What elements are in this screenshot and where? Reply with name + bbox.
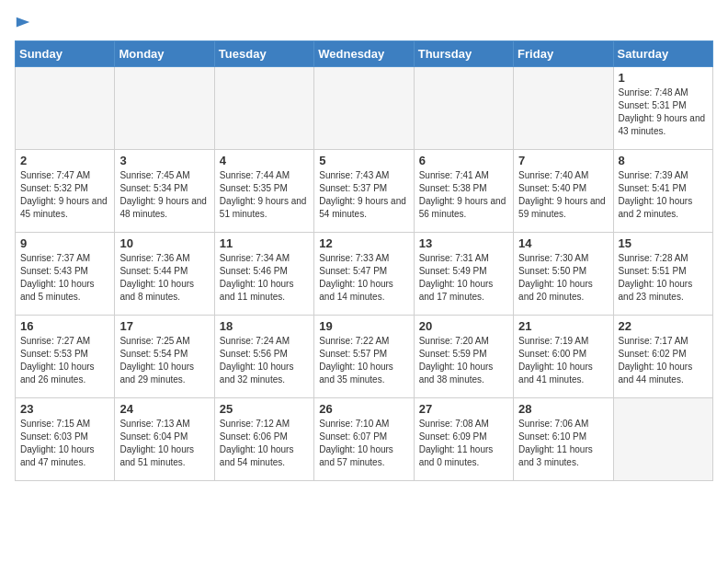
calendar-cell: 11Sunrise: 7:34 AM Sunset: 5:46 PM Dayli… xyxy=(214,233,313,316)
day-info: Sunrise: 7:17 AM Sunset: 6:02 PM Dayligh… xyxy=(619,335,708,386)
calendar-cell: 6Sunrise: 7:41 AM Sunset: 5:38 PM Daylig… xyxy=(414,150,513,233)
day-info: Sunrise: 7:43 AM Sunset: 5:37 PM Dayligh… xyxy=(319,169,408,221)
calendar-cell: 9Sunrise: 7:37 AM Sunset: 5:43 PM Daylig… xyxy=(16,233,115,316)
weekday-header-sunday: Sunday xyxy=(16,41,115,67)
weekday-header-saturday: Saturday xyxy=(613,41,712,67)
day-info: Sunrise: 7:24 AM Sunset: 5:56 PM Dayligh… xyxy=(220,335,309,386)
day-number: 10 xyxy=(119,236,209,250)
day-info: Sunrise: 7:33 AM Sunset: 5:47 PM Dayligh… xyxy=(319,252,408,304)
weekday-header-friday: Friday xyxy=(514,41,613,67)
day-number: 22 xyxy=(619,319,708,333)
day-info: Sunrise: 7:41 AM Sunset: 5:38 PM Dayligh… xyxy=(419,169,508,221)
day-info: Sunrise: 7:25 AM Sunset: 5:54 PM Dayligh… xyxy=(119,335,209,386)
day-info: Sunrise: 7:39 AM Sunset: 5:41 PM Dayligh… xyxy=(619,169,708,221)
day-info: Sunrise: 7:20 AM Sunset: 5:59 PM Dayligh… xyxy=(419,335,508,386)
calendar-cell: 4Sunrise: 7:44 AM Sunset: 5:35 PM Daylig… xyxy=(214,150,313,233)
calendar-cell: 7Sunrise: 7:40 AM Sunset: 5:40 PM Daylig… xyxy=(514,150,613,233)
day-number: 20 xyxy=(419,319,508,333)
calendar-cell: 19Sunrise: 7:22 AM Sunset: 5:57 PM Dayli… xyxy=(314,316,414,398)
calendar-cell: 26Sunrise: 7:10 AM Sunset: 6:07 PM Dayli… xyxy=(314,398,414,481)
calendar-cell: 12Sunrise: 7:33 AM Sunset: 5:47 PM Dayli… xyxy=(314,233,414,316)
day-number: 12 xyxy=(319,236,408,250)
weekday-header-thursday: Thursday xyxy=(414,41,513,67)
day-number: 19 xyxy=(319,319,408,333)
day-number: 4 xyxy=(220,154,309,167)
calendar-cell: 10Sunrise: 7:36 AM Sunset: 5:44 PM Dayli… xyxy=(115,233,214,316)
calendar-cell xyxy=(414,67,513,150)
day-info: Sunrise: 7:47 AM Sunset: 5:32 PM Dayligh… xyxy=(20,169,109,221)
calendar-cell: 14Sunrise: 7:30 AM Sunset: 5:50 PM Dayli… xyxy=(514,233,613,316)
weekday-header-tuesday: Tuesday xyxy=(214,41,313,67)
day-number: 18 xyxy=(220,319,309,333)
weekday-header-row: SundayMondayTuesdayWednesdayThursdayFrid… xyxy=(16,41,713,67)
day-number: 28 xyxy=(518,402,608,416)
calendar-table: SundayMondayTuesdayWednesdayThursdayFrid… xyxy=(15,40,713,481)
calendar-week-4: 23Sunrise: 7:15 AM Sunset: 6:03 PM Dayli… xyxy=(16,398,713,481)
day-number: 7 xyxy=(518,154,608,167)
day-number: 2 xyxy=(20,154,109,167)
calendar-cell: 3Sunrise: 7:45 AM Sunset: 5:34 PM Daylig… xyxy=(115,150,214,233)
day-info: Sunrise: 7:27 AM Sunset: 5:53 PM Dayligh… xyxy=(20,335,109,386)
weekday-header-monday: Monday xyxy=(115,41,214,67)
calendar-cell: 28Sunrise: 7:06 AM Sunset: 6:10 PM Dayli… xyxy=(514,398,613,481)
weekday-header-wednesday: Wednesday xyxy=(314,41,414,67)
day-info: Sunrise: 7:28 AM Sunset: 5:51 PM Dayligh… xyxy=(619,252,708,304)
day-number: 24 xyxy=(119,402,209,416)
day-number: 25 xyxy=(220,402,309,416)
page-header xyxy=(15,15,713,29)
day-info: Sunrise: 7:40 AM Sunset: 5:40 PM Dayligh… xyxy=(518,169,608,221)
calendar-cell: 22Sunrise: 7:17 AM Sunset: 6:02 PM Dayli… xyxy=(613,316,712,398)
calendar-cell xyxy=(214,67,313,150)
day-number: 1 xyxy=(619,71,708,85)
calendar-cell: 1Sunrise: 7:48 AM Sunset: 5:31 PM Daylig… xyxy=(613,67,712,150)
day-info: Sunrise: 7:48 AM Sunset: 5:31 PM Dayligh… xyxy=(619,86,708,138)
day-info: Sunrise: 7:30 AM Sunset: 5:50 PM Dayligh… xyxy=(518,252,608,304)
day-number: 8 xyxy=(619,154,708,167)
calendar-cell: 23Sunrise: 7:15 AM Sunset: 6:03 PM Dayli… xyxy=(16,398,115,481)
day-info: Sunrise: 7:22 AM Sunset: 5:57 PM Dayligh… xyxy=(319,335,408,386)
day-number: 13 xyxy=(419,236,508,250)
calendar-cell xyxy=(514,67,613,150)
calendar-cell xyxy=(16,67,115,150)
calendar-week-0: 1Sunrise: 7:48 AM Sunset: 5:31 PM Daylig… xyxy=(16,67,713,150)
calendar-cell: 27Sunrise: 7:08 AM Sunset: 6:09 PM Dayli… xyxy=(414,398,513,481)
day-number: 11 xyxy=(220,236,309,250)
day-number: 9 xyxy=(20,236,109,250)
calendar-week-1: 2Sunrise: 7:47 AM Sunset: 5:32 PM Daylig… xyxy=(16,150,713,233)
calendar-cell: 15Sunrise: 7:28 AM Sunset: 5:51 PM Dayli… xyxy=(613,233,712,316)
logo xyxy=(15,15,31,29)
day-info: Sunrise: 7:36 AM Sunset: 5:44 PM Dayligh… xyxy=(119,252,209,304)
calendar-week-2: 9Sunrise: 7:37 AM Sunset: 5:43 PM Daylig… xyxy=(16,233,713,316)
day-info: Sunrise: 7:08 AM Sunset: 6:09 PM Dayligh… xyxy=(419,418,508,469)
day-number: 27 xyxy=(419,402,508,416)
day-info: Sunrise: 7:45 AM Sunset: 5:34 PM Dayligh… xyxy=(119,169,209,221)
day-number: 23 xyxy=(20,402,109,416)
calendar-cell: 20Sunrise: 7:20 AM Sunset: 5:59 PM Dayli… xyxy=(414,316,513,398)
day-info: Sunrise: 7:19 AM Sunset: 6:00 PM Dayligh… xyxy=(518,335,608,386)
calendar-cell xyxy=(314,67,414,150)
day-info: Sunrise: 7:12 AM Sunset: 6:06 PM Dayligh… xyxy=(220,418,309,469)
calendar-cell: 21Sunrise: 7:19 AM Sunset: 6:00 PM Dayli… xyxy=(514,316,613,398)
calendar-cell: 2Sunrise: 7:47 AM Sunset: 5:32 PM Daylig… xyxy=(16,150,115,233)
day-number: 17 xyxy=(119,319,209,333)
day-info: Sunrise: 7:10 AM Sunset: 6:07 PM Dayligh… xyxy=(319,418,408,469)
calendar-cell: 17Sunrise: 7:25 AM Sunset: 5:54 PM Dayli… xyxy=(115,316,214,398)
day-number: 26 xyxy=(319,402,408,416)
logo-flag-icon xyxy=(15,15,31,31)
day-number: 16 xyxy=(20,319,109,333)
calendar-cell: 16Sunrise: 7:27 AM Sunset: 5:53 PM Dayli… xyxy=(16,316,115,398)
day-number: 15 xyxy=(619,236,708,250)
day-number: 21 xyxy=(518,319,608,333)
day-info: Sunrise: 7:37 AM Sunset: 5:43 PM Dayligh… xyxy=(20,252,109,304)
calendar-cell: 13Sunrise: 7:31 AM Sunset: 5:49 PM Dayli… xyxy=(414,233,513,316)
calendar-cell: 8Sunrise: 7:39 AM Sunset: 5:41 PM Daylig… xyxy=(613,150,712,233)
day-info: Sunrise: 7:13 AM Sunset: 6:04 PM Dayligh… xyxy=(119,418,209,469)
day-number: 5 xyxy=(319,154,408,167)
day-info: Sunrise: 7:15 AM Sunset: 6:03 PM Dayligh… xyxy=(20,418,109,469)
day-info: Sunrise: 7:44 AM Sunset: 5:35 PM Dayligh… xyxy=(220,169,309,221)
calendar-week-3: 16Sunrise: 7:27 AM Sunset: 5:53 PM Dayli… xyxy=(16,316,713,398)
day-info: Sunrise: 7:06 AM Sunset: 6:10 PM Dayligh… xyxy=(518,418,608,469)
calendar-cell xyxy=(613,398,712,481)
calendar-cell: 24Sunrise: 7:13 AM Sunset: 6:04 PM Dayli… xyxy=(115,398,214,481)
day-number: 6 xyxy=(419,154,508,167)
